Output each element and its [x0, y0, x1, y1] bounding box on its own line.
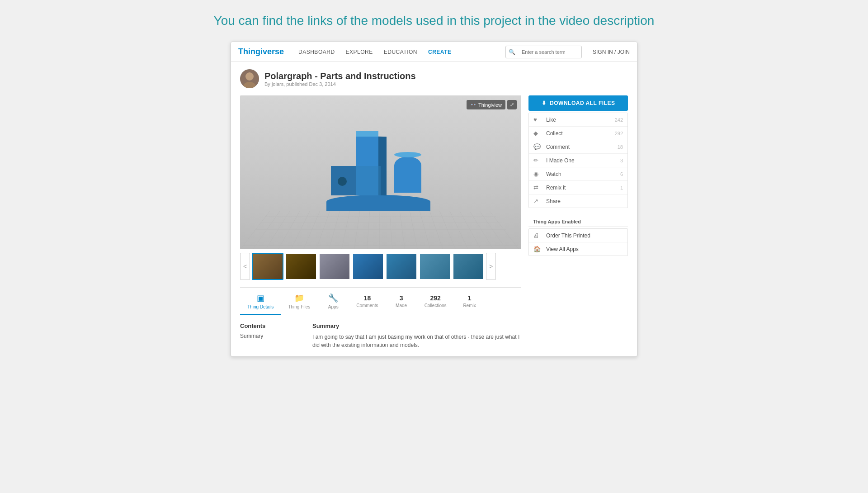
thumbnail-2[interactable]	[285, 253, 317, 280]
remix-icon: ⇄	[533, 184, 542, 191]
thing-files-icon: 📁	[294, 293, 304, 303]
tab-collections-label: Collections	[425, 303, 447, 308]
thumbnail-7[interactable]	[453, 253, 484, 280]
like-icon: ♥	[533, 116, 542, 123]
action-collect[interactable]: ◆ Collect 292	[529, 127, 627, 140]
share-label: Share	[546, 198, 623, 204]
like-label: Like	[546, 117, 615, 123]
thumbnail-1[interactable]	[252, 253, 283, 280]
tab-made[interactable]: 3 Made	[386, 294, 417, 314]
tab-collections-count: 292	[430, 294, 440, 302]
watch-count: 6	[620, 171, 623, 177]
apps-icon: 🔧	[328, 293, 338, 303]
share-icon: ↗	[533, 198, 542, 204]
nav-link-create[interactable]: CREATE	[428, 49, 451, 55]
i-made-one-label: I Made One	[546, 157, 620, 164]
nav-link-dashboard[interactable]: DASHBOARD	[298, 49, 335, 55]
remix-label: Remix it	[546, 185, 620, 191]
watch-icon: ◉	[533, 171, 542, 177]
thumbnail-3[interactable]	[319, 253, 350, 280]
search-input[interactable]	[518, 49, 581, 55]
tab-comments-count: 18	[364, 294, 371, 302]
content-grid: Contents Summary Summary I am going to s…	[240, 322, 521, 349]
action-like[interactable]: ♥ Like 242	[529, 113, 627, 127]
tabs-row: ▣ Thing Details 📁 Thing Files 🔧 Apps 18 …	[240, 287, 521, 315]
thumb-next[interactable]: >	[486, 253, 496, 280]
thing-apps-section: Thing Apps Enabled 🖨 Order This Printed …	[528, 215, 628, 256]
tab-thing-details-label: Thing Details	[247, 304, 274, 309]
collect-count: 292	[615, 131, 623, 136]
download-icon: ⬇	[542, 100, 547, 106]
nav-link-education[interactable]: EDUCATION	[384, 49, 417, 55]
tab-remix-label: Remix	[463, 303, 476, 308]
signin-button[interactable]: SIGN IN / JOIN	[593, 49, 630, 55]
thing-header: Polargraph - Parts and Instructions By j…	[240, 69, 628, 88]
app-order-printed[interactable]: 🖨 Order This Printed	[529, 229, 627, 242]
app-view-all-label: View All Apps	[546, 246, 579, 252]
tab-comments[interactable]: 18 Comments	[349, 294, 385, 314]
i-made-one-count: 3	[620, 158, 623, 163]
nav-logo[interactable]: Thingiverse	[238, 47, 284, 57]
nav-search: 🔍	[505, 46, 582, 58]
tab-apps-label: Apps	[328, 304, 339, 309]
thing-info: Polargraph - Parts and Instructions By j…	[264, 71, 416, 87]
avatar	[240, 69, 259, 88]
tab-thing-details[interactable]: ▣ Thing Details	[240, 293, 281, 315]
action-remix[interactable]: ⇄ Remix it 1	[529, 181, 627, 194]
thingview-label: Thingiview	[478, 102, 502, 108]
collect-label: Collect	[546, 130, 615, 137]
comment-label: Comment	[546, 144, 618, 150]
contents-summary-link[interactable]: Summary	[240, 333, 303, 339]
viewer-grid	[240, 211, 521, 249]
tab-thing-files-label: Thing Files	[288, 304, 310, 309]
tab-thing-files[interactable]: 📁 Thing Files	[281, 293, 317, 315]
content-area: Polargraph - Parts and Instructions By j…	[231, 62, 637, 356]
tab-made-label: Made	[396, 303, 407, 308]
summary-column: Summary I am going to say that I am just…	[312, 322, 521, 349]
action-comment[interactable]: 💬 Comment 18	[529, 140, 627, 154]
app-order-label: Order This Printed	[546, 232, 590, 239]
contents-column: Contents Summary	[240, 322, 303, 349]
download-all-button[interactable]: ⬇ DOWNLOAD ALL FILES	[528, 95, 628, 111]
print-icon: 🖨	[533, 232, 542, 239]
tab-made-count: 3	[400, 294, 403, 302]
i-made-one-icon: ✏	[533, 157, 542, 164]
fullscreen-button[interactable]: ⤢	[507, 100, 517, 109]
viewer-controls: 👓 Thingiview ⤢	[467, 100, 517, 109]
remix-count: 1	[620, 185, 623, 190]
thumbnail-5[interactable]	[386, 253, 417, 280]
thumb-prev[interactable]: <	[240, 253, 250, 280]
browser-window: Thingiverse DASHBOARD EXPLORE EDUCATION …	[231, 42, 637, 357]
like-count: 242	[615, 117, 623, 123]
model-3d	[313, 120, 448, 211]
app-view-all[interactable]: 🏠 View All Apps	[529, 242, 627, 256]
left-column: 👓 Thingiview ⤢ <	[240, 95, 521, 349]
thingview-button[interactable]: 👓 Thingiview	[467, 100, 505, 109]
thumbnails: <	[240, 253, 521, 280]
thing-apps-header: Thing Apps Enabled	[528, 215, 628, 227]
search-icon: 🔍	[506, 49, 518, 55]
action-list: ♥ Like 242 ◆ Collect 292 💬 Comment 18	[528, 113, 628, 208]
summary-title: Summary	[312, 322, 521, 329]
action-watch[interactable]: ◉ Watch 6	[529, 167, 627, 181]
thumbnail-4[interactable]	[352, 253, 384, 280]
thing-title: Polargraph - Parts and Instructions	[264, 71, 416, 81]
contents-title: Contents	[240, 322, 303, 329]
tab-comments-label: Comments	[356, 303, 378, 308]
right-column: ⬇ DOWNLOAD ALL FILES ♥ Like 242 ◆ Collec…	[528, 95, 628, 349]
thumbnail-6[interactable]	[419, 253, 451, 280]
tab-collections[interactable]: 292 Collections	[417, 294, 454, 314]
nav-link-explore[interactable]: EXPLORE	[346, 49, 373, 55]
thing-apps-list: 🖨 Order This Printed 🏠 View All Apps	[528, 228, 628, 256]
comment-count: 18	[618, 144, 623, 150]
action-share[interactable]: ↗ Share	[529, 194, 627, 208]
glasses-icon: 👓	[470, 102, 476, 108]
tab-apps[interactable]: 🔧 Apps	[317, 293, 349, 315]
top-message: You can find the links of the models use…	[214, 14, 655, 28]
tab-remix[interactable]: 1 Remix	[454, 294, 486, 314]
watch-label: Watch	[546, 171, 620, 177]
model-viewer: 👓 Thingiview ⤢	[240, 95, 521, 249]
action-i-made-one[interactable]: ✏ I Made One 3	[529, 154, 627, 167]
main-area: 👓 Thingiview ⤢ <	[240, 95, 628, 349]
thing-subtitle: By jolars, published Dec 3, 2014	[264, 81, 416, 87]
